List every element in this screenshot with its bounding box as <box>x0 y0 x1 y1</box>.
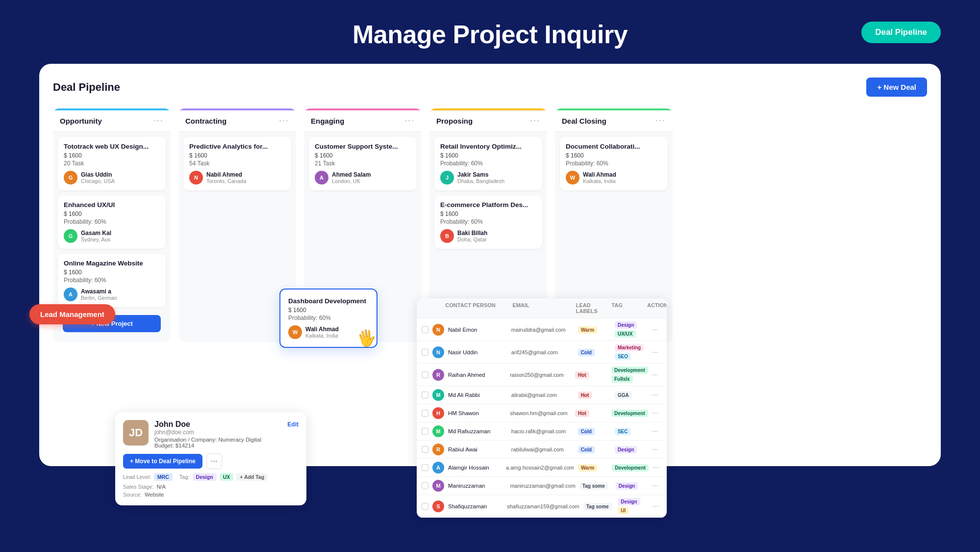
col-menu-deal-closing[interactable]: ··· <box>655 115 666 126</box>
person-location: Toronto, Canada <box>206 178 246 184</box>
row-action-menu[interactable]: ··· <box>652 325 662 334</box>
avatar: A <box>64 288 77 301</box>
person-name: Ahmed Salam <box>332 171 371 178</box>
person-name: Gasam Kal <box>81 230 111 237</box>
row-action-menu[interactable]: ··· <box>653 502 662 511</box>
checkbox[interactable] <box>422 482 428 489</box>
checkbox[interactable] <box>422 371 428 378</box>
jd-more-button[interactable]: ··· <box>206 453 222 469</box>
deal-person: A Ahmed Salam London, UK <box>315 171 411 184</box>
person-name: Md Rafiuzzaman <box>448 428 507 434</box>
deal-title: Online Magazine Website <box>64 260 160 267</box>
person-location: Sydney, Aus <box>81 237 111 242</box>
checkbox[interactable] <box>422 503 428 510</box>
tag-pill: SEO <box>615 353 631 360</box>
deal-task: 54 Task <box>189 160 285 167</box>
deal-title: Customer Support Syste... <box>315 143 411 150</box>
checkbox[interactable] <box>422 326 428 333</box>
tag-pill: Development <box>611 410 648 417</box>
person-info: Gasam Kal Sydney, Aus <box>81 230 111 242</box>
row-action-menu[interactable]: ··· <box>652 481 662 490</box>
jd-edit-button[interactable]: Edit <box>287 421 299 428</box>
person-name: Jakir Sams <box>457 171 504 178</box>
col-menu-opportunity[interactable]: ··· <box>153 115 164 126</box>
drag-card-title: Dashboard Development <box>288 297 369 305</box>
checkbox[interactable] <box>422 392 428 398</box>
person-name: Maniruzzaman <box>448 483 506 489</box>
jd-org: Organisation / Company: Numeracy Digital <box>154 437 299 443</box>
tag-pill: Design <box>615 321 637 329</box>
john-doe-card: JD John Doe Edit john@doe.com Organisati… <box>115 412 306 505</box>
drag-card-amount: $ 1600 <box>288 307 369 314</box>
col-title-engaging: Engaging <box>311 117 344 125</box>
person-email: rabilulwai@gmail.com <box>511 447 574 452</box>
drag-card-prob: Probability: 60% <box>288 315 369 321</box>
deal-pipeline-button[interactable]: Deal Pipeline <box>861 22 941 43</box>
list-item: H HM Shawon shawon.hm@gmail.com Hot Deve… <box>417 404 667 422</box>
avatar: H <box>432 407 444 419</box>
new-deal-button[interactable]: + New Deal <box>866 78 927 97</box>
col-menu-engaging[interactable]: ··· <box>404 115 415 126</box>
deal-card: Retail Inventory Optimiz... $ 1600 Proba… <box>434 137 542 190</box>
jd-tag-design: Design <box>193 473 217 481</box>
row-action-menu[interactable]: ··· <box>653 463 662 472</box>
lead-col-email: EMAIL <box>513 302 572 314</box>
col-menu-proposing[interactable]: ··· <box>530 115 540 126</box>
jd-tag-add[interactable]: + Add Tag <box>236 473 268 481</box>
lead-management-badge[interactable]: Lead Management <box>29 304 115 324</box>
row-action-menu[interactable]: ··· <box>652 427 662 436</box>
deal-person: J Jakir Sams Dhaka, Bangladesh <box>440 171 536 184</box>
deal-prob: Probability: 60% <box>64 277 160 284</box>
card-title: Deal Pipeline <box>53 81 120 94</box>
jd-move-button[interactable]: + Move to Deal Pipeline <box>123 454 202 469</box>
deal-prob: Probability: 60% <box>440 218 536 225</box>
checkbox[interactable] <box>422 410 428 417</box>
person-email: a.amg.hossain2@gmail.com <box>506 465 574 471</box>
person-email: arif245@gmail.com <box>511 349 574 355</box>
person-email: shafiuzzaman159@gmail.com <box>507 503 579 509</box>
tag-pill: Design <box>615 446 637 453</box>
person-name: Nabil Ahmed <box>206 171 246 178</box>
checkbox[interactable] <box>422 464 428 471</box>
person-info: Awasami a Berlin, German <box>81 288 117 301</box>
person-info: Nabil Ahmed Toronto, Canada <box>206 171 246 184</box>
row-action-menu[interactable]: ··· <box>652 445 662 454</box>
row-action-menu[interactable]: ··· <box>652 370 662 379</box>
person-name: Nasir Uddin <box>448 349 507 355</box>
col-bar-proposing <box>429 108 547 110</box>
jd-avatar: JD <box>123 420 149 446</box>
person-name: Raihan Ahmed <box>448 372 506 378</box>
lead-label: Tag some <box>583 503 612 510</box>
drag-card-person-name: Wali Ahmad <box>305 326 339 333</box>
col-header-deal-closing: Deal Closing ··· <box>555 108 673 132</box>
lead-label: Warm <box>578 464 597 472</box>
tag-pill: UI <box>618 507 628 514</box>
col-body-engaging: Customer Support Syste... $ 1600 21 Task… <box>304 132 422 195</box>
row-action-menu[interactable]: ··· <box>652 409 662 418</box>
person-email: mairuddra@gmail.com <box>511 327 574 333</box>
checkbox[interactable] <box>422 349 428 356</box>
lead-label: Cold <box>578 349 595 356</box>
deal-title: Tototrack web UX Design... <box>64 143 160 150</box>
person-location: London, UK <box>332 178 371 184</box>
checkbox[interactable] <box>422 428 428 435</box>
card-header: Deal Pipeline + New Deal <box>53 78 927 97</box>
list-item: M Maniruzzaman maniruzzaman@gmail.com Ta… <box>417 477 667 495</box>
row-action-menu[interactable]: ··· <box>652 348 662 357</box>
checkbox[interactable] <box>422 446 428 453</box>
deal-card: Enhanced UX/UI $ 1600 Probability: 60% G… <box>58 195 166 249</box>
deal-title: Retail Inventory Optimiz... <box>440 143 536 150</box>
person-email: maniruzzaman@gmail.com <box>510 483 575 489</box>
deal-amount: $ 1600 <box>64 269 160 276</box>
person-location: Berlin, German <box>81 295 117 301</box>
deal-title: Enhanced UX/UI <box>64 201 160 209</box>
col-title-contracting: Contracting <box>185 117 226 125</box>
list-item: M Md Ali Rabbi alirabii@gmail.com Hot GG… <box>417 386 667 404</box>
person-email: raison250@gmail.com <box>510 372 571 378</box>
row-action-menu[interactable]: ··· <box>652 391 662 399</box>
person-location: Chicago, USA <box>81 178 115 184</box>
deal-amount: $ 1600 <box>64 210 160 217</box>
jd-lead-tag: MRC <box>154 473 173 481</box>
col-menu-contracting[interactable]: ··· <box>279 115 289 126</box>
list-item: A Alamgir Hossain a.amg.hossain2@gmail.c… <box>417 459 667 477</box>
